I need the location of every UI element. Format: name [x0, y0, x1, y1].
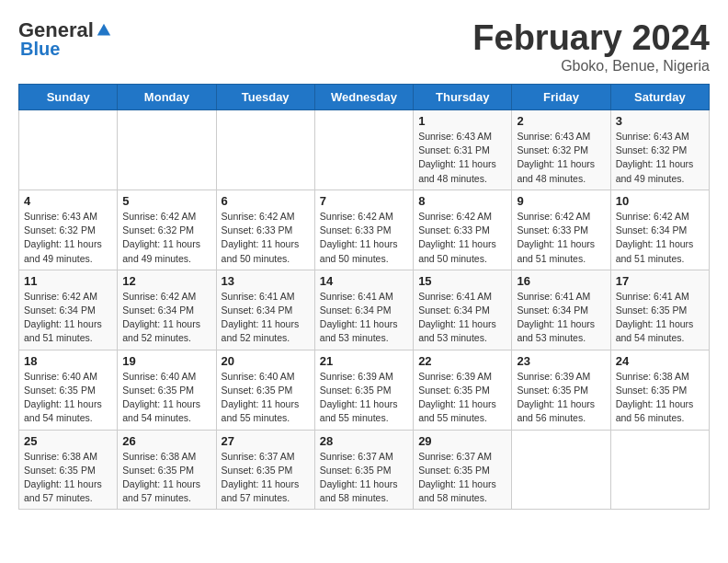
day-info: Sunrise: 6:39 AM Sunset: 6:35 PM Dayligh…	[320, 370, 408, 426]
calendar-cell: 14Sunrise: 6:41 AM Sunset: 6:34 PM Dayli…	[314, 270, 413, 350]
day-info: Sunrise: 6:42 AM Sunset: 6:33 PM Dayligh…	[320, 210, 408, 266]
day-info: Sunrise: 6:38 AM Sunset: 6:35 PM Dayligh…	[122, 450, 210, 506]
day-number: 24	[616, 354, 704, 368]
week-row-5: 25Sunrise: 6:38 AM Sunset: 6:35 PM Dayli…	[19, 430, 710, 510]
day-info: Sunrise: 6:43 AM Sunset: 6:32 PM Dayligh…	[517, 130, 605, 186]
day-info: Sunrise: 6:40 AM Sunset: 6:35 PM Dayligh…	[122, 370, 210, 426]
calendar-cell: 26Sunrise: 6:38 AM Sunset: 6:35 PM Dayli…	[118, 430, 216, 510]
day-number: 26	[122, 434, 210, 448]
day-number: 14	[320, 274, 408, 288]
day-number: 8	[418, 194, 506, 208]
calendar-cell: 3Sunrise: 6:43 AM Sunset: 6:32 PM Daylig…	[610, 110, 709, 190]
day-info: Sunrise: 6:43 AM Sunset: 6:32 PM Dayligh…	[616, 130, 704, 186]
title-block: February 2024 Gboko, Benue, Nigeria	[472, 18, 710, 75]
day-number: 19	[122, 354, 210, 368]
day-number: 17	[616, 274, 704, 288]
calendar-header: SundayMondayTuesdayWednesdayThursdayFrid…	[19, 85, 710, 110]
column-header-monday: Monday	[118, 85, 216, 110]
day-info: Sunrise: 6:37 AM Sunset: 6:35 PM Dayligh…	[320, 450, 408, 506]
calendar-cell: 2Sunrise: 6:43 AM Sunset: 6:32 PM Daylig…	[512, 110, 610, 190]
calendar-cell: 22Sunrise: 6:39 AM Sunset: 6:35 PM Dayli…	[414, 350, 512, 430]
day-number: 20	[222, 354, 310, 368]
column-header-wednesday: Wednesday	[314, 85, 413, 110]
day-number: 22	[418, 354, 506, 368]
svg-marker-0	[97, 24, 110, 36]
day-number: 29	[418, 434, 506, 448]
calendar-cell: 5Sunrise: 6:42 AM Sunset: 6:32 PM Daylig…	[118, 190, 216, 270]
week-row-1: 1Sunrise: 6:43 AM Sunset: 6:31 PM Daylig…	[19, 110, 710, 190]
day-number: 7	[320, 194, 408, 208]
day-info: Sunrise: 6:39 AM Sunset: 6:35 PM Dayligh…	[418, 370, 506, 426]
calendar-cell: 12Sunrise: 6:42 AM Sunset: 6:34 PM Dayli…	[118, 270, 216, 350]
calendar-cell: 17Sunrise: 6:41 AM Sunset: 6:35 PM Dayli…	[610, 270, 709, 350]
calendar-cell: 15Sunrise: 6:41 AM Sunset: 6:34 PM Dayli…	[414, 270, 512, 350]
calendar-subtitle: Gboko, Benue, Nigeria	[472, 58, 710, 75]
calendar-cell: 25Sunrise: 6:38 AM Sunset: 6:35 PM Dayli…	[19, 430, 118, 510]
week-row-2: 4Sunrise: 6:43 AM Sunset: 6:32 PM Daylig…	[19, 190, 710, 270]
page-header: General Blue February 2024 Gboko, Benue,…	[18, 18, 710, 75]
day-info: Sunrise: 6:37 AM Sunset: 6:35 PM Dayligh…	[418, 450, 506, 506]
day-number: 28	[320, 434, 408, 448]
column-header-thursday: Thursday	[414, 85, 512, 110]
column-header-tuesday: Tuesday	[216, 85, 314, 110]
day-number: 13	[222, 274, 310, 288]
day-info: Sunrise: 6:43 AM Sunset: 6:32 PM Dayligh…	[24, 210, 112, 266]
logo: General Blue	[18, 18, 112, 60]
calendar-cell: 1Sunrise: 6:43 AM Sunset: 6:31 PM Daylig…	[414, 110, 512, 190]
calendar-cell: 10Sunrise: 6:42 AM Sunset: 6:34 PM Dayli…	[610, 190, 709, 270]
day-info: Sunrise: 6:42 AM Sunset: 6:33 PM Dayligh…	[222, 210, 310, 266]
day-info: Sunrise: 6:41 AM Sunset: 6:34 PM Dayligh…	[320, 290, 408, 346]
day-info: Sunrise: 6:38 AM Sunset: 6:35 PM Dayligh…	[616, 370, 704, 426]
calendar-cell: 18Sunrise: 6:40 AM Sunset: 6:35 PM Dayli…	[19, 350, 118, 430]
calendar-cell	[118, 110, 216, 190]
calendar-cell: 7Sunrise: 6:42 AM Sunset: 6:33 PM Daylig…	[314, 190, 413, 270]
day-number: 16	[517, 274, 605, 288]
day-info: Sunrise: 6:41 AM Sunset: 6:35 PM Dayligh…	[616, 290, 704, 346]
day-info: Sunrise: 6:42 AM Sunset: 6:33 PM Dayligh…	[418, 210, 506, 266]
calendar-cell	[19, 110, 118, 190]
calendar-cell	[512, 430, 610, 510]
day-number: 25	[24, 434, 112, 448]
day-info: Sunrise: 6:37 AM Sunset: 6:35 PM Dayligh…	[222, 450, 310, 506]
calendar-title: February 2024	[472, 18, 710, 58]
day-number: 15	[418, 274, 506, 288]
day-info: Sunrise: 6:42 AM Sunset: 6:34 PM Dayligh…	[122, 290, 210, 346]
day-number: 11	[24, 274, 112, 288]
calendar-cell: 21Sunrise: 6:39 AM Sunset: 6:35 PM Dayli…	[314, 350, 413, 430]
day-number: 12	[122, 274, 210, 288]
calendar-cell: 20Sunrise: 6:40 AM Sunset: 6:35 PM Dayli…	[216, 350, 314, 430]
calendar-cell	[216, 110, 314, 190]
calendar-cell: 27Sunrise: 6:37 AM Sunset: 6:35 PM Dayli…	[216, 430, 314, 510]
logo-blue-text: Blue	[20, 39, 60, 60]
day-number: 23	[517, 354, 605, 368]
calendar-cell: 19Sunrise: 6:40 AM Sunset: 6:35 PM Dayli…	[118, 350, 216, 430]
day-number: 5	[122, 194, 210, 208]
day-number: 1	[418, 114, 506, 128]
week-row-3: 11Sunrise: 6:42 AM Sunset: 6:34 PM Dayli…	[19, 270, 710, 350]
calendar-cell: 23Sunrise: 6:39 AM Sunset: 6:35 PM Dayli…	[512, 350, 610, 430]
calendar-cell: 13Sunrise: 6:41 AM Sunset: 6:34 PM Dayli…	[216, 270, 314, 350]
column-header-sunday: Sunday	[19, 85, 118, 110]
day-info: Sunrise: 6:42 AM Sunset: 6:34 PM Dayligh…	[24, 290, 112, 346]
day-info: Sunrise: 6:40 AM Sunset: 6:35 PM Dayligh…	[222, 370, 310, 426]
calendar-cell: 6Sunrise: 6:42 AM Sunset: 6:33 PM Daylig…	[216, 190, 314, 270]
day-info: Sunrise: 6:43 AM Sunset: 6:31 PM Dayligh…	[418, 130, 506, 186]
day-number: 6	[222, 194, 310, 208]
day-info: Sunrise: 6:42 AM Sunset: 6:32 PM Dayligh…	[122, 210, 210, 266]
day-info: Sunrise: 6:41 AM Sunset: 6:34 PM Dayligh…	[418, 290, 506, 346]
day-number: 10	[616, 194, 704, 208]
day-number: 21	[320, 354, 408, 368]
calendar-cell: 4Sunrise: 6:43 AM Sunset: 6:32 PM Daylig…	[19, 190, 118, 270]
day-info: Sunrise: 6:40 AM Sunset: 6:35 PM Dayligh…	[24, 370, 112, 426]
calendar-cell	[314, 110, 413, 190]
day-info: Sunrise: 6:42 AM Sunset: 6:33 PM Dayligh…	[517, 210, 605, 266]
day-info: Sunrise: 6:41 AM Sunset: 6:34 PM Dayligh…	[517, 290, 605, 346]
calendar-table: SundayMondayTuesdayWednesdayThursdayFrid…	[18, 84, 710, 510]
calendar-cell: 11Sunrise: 6:42 AM Sunset: 6:34 PM Dayli…	[19, 270, 118, 350]
day-info: Sunrise: 6:39 AM Sunset: 6:35 PM Dayligh…	[517, 370, 605, 426]
day-number: 3	[616, 114, 704, 128]
calendar-cell: 29Sunrise: 6:37 AM Sunset: 6:35 PM Dayli…	[414, 430, 512, 510]
column-header-friday: Friday	[512, 85, 610, 110]
calendar-cell: 16Sunrise: 6:41 AM Sunset: 6:34 PM Dayli…	[512, 270, 610, 350]
day-info: Sunrise: 6:42 AM Sunset: 6:34 PM Dayligh…	[616, 210, 704, 266]
